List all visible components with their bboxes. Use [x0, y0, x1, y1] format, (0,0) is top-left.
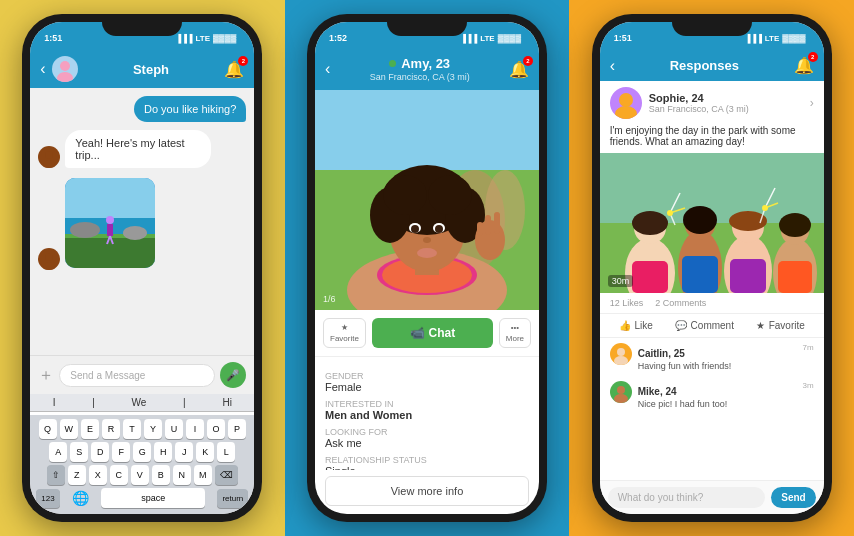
notification-icon-right[interactable]: 🔔 2: [794, 56, 814, 75]
svg-point-50: [683, 206, 717, 234]
key-space[interactable]: space: [101, 488, 205, 508]
key-g[interactable]: G: [133, 442, 151, 462]
key-shift[interactable]: ⇧: [47, 465, 65, 485]
key-i[interactable]: I: [186, 419, 204, 439]
svg-point-4: [45, 253, 53, 261]
key-k[interactable]: K: [196, 442, 214, 462]
suggestion-we[interactable]: We: [132, 397, 147, 408]
status-time-left: 1:51: [44, 33, 62, 43]
key-l[interactable]: L: [217, 442, 235, 462]
expand-icon[interactable]: ›: [810, 96, 814, 110]
key-w[interactable]: W: [60, 419, 79, 439]
comment-action-button[interactable]: 💬 Comment: [675, 320, 734, 331]
status-time-middle: 1:52: [329, 33, 347, 43]
key-o[interactable]: O: [207, 419, 225, 439]
likes-count: 12 Likes: [610, 298, 644, 308]
reply-input[interactable]: What do you think?: [608, 487, 766, 508]
svg-rect-67: [730, 259, 766, 293]
back-button[interactable]: ‹: [40, 60, 45, 78]
gender-label: Gender: [325, 371, 529, 381]
svg-point-41: [619, 93, 633, 107]
comment-avatar-1: [610, 343, 632, 365]
photo-message[interactable]: [65, 178, 155, 268]
suggestion-hi[interactable]: Hi: [222, 397, 231, 408]
key-h[interactable]: H: [154, 442, 172, 462]
key-123[interactable]: 123: [36, 489, 59, 508]
like-action-button[interactable]: 👍 Like: [619, 320, 653, 331]
svg-point-13: [106, 216, 114, 224]
middle-phone: 1:52 ▐▐▐ LTE ▓▓▓▓ ‹ Amy, 23 San Francisc…: [307, 14, 547, 522]
mic-button[interactable]: 🎤: [220, 362, 246, 388]
key-n[interactable]: N: [173, 465, 191, 485]
key-x[interactable]: X: [89, 465, 107, 485]
keyboard-row3: ⇧ Z X C V B N M ⌫: [32, 465, 252, 485]
responses-back-button[interactable]: ‹: [610, 57, 615, 75]
comments-count: 2 Comments: [655, 298, 706, 308]
key-y[interactable]: Y: [144, 419, 162, 439]
notification-icon[interactable]: 🔔 2: [224, 60, 244, 79]
comment-text-1: Having fun with friends!: [638, 361, 797, 371]
notification-badge-right: 2: [808, 52, 818, 62]
key-q[interactable]: Q: [39, 419, 57, 439]
svg-rect-68: [778, 261, 812, 293]
key-c[interactable]: C: [110, 465, 128, 485]
keyboard-bottom-row: 123 🌐 space return: [32, 488, 252, 510]
profile-back-button[interactable]: ‹: [325, 60, 330, 78]
video-icon: 📹: [410, 326, 425, 340]
favorite-button[interactable]: ★ Favorite: [323, 318, 366, 348]
key-d[interactable]: D: [91, 442, 109, 462]
add-attachment-icon[interactable]: ＋: [38, 365, 54, 386]
more-button[interactable]: ••• More: [499, 318, 531, 348]
response-user-avatar[interactable]: [610, 87, 642, 119]
favorite-action-button[interactable]: ★ Favorite: [756, 320, 805, 331]
right-panel: 1:51 ▐▐▐ LTE ▓▓▓▓ ‹ Responses 🔔 2: [569, 0, 854, 536]
key-e[interactable]: E: [81, 419, 99, 439]
key-u[interactable]: U: [165, 419, 183, 439]
key-return[interactable]: return: [217, 489, 248, 508]
keyboard-suggestions: I | We | Hi: [30, 394, 254, 412]
lte-icon: LTE: [195, 34, 210, 43]
profile-photo[interactable]: 1/6: [315, 90, 539, 310]
chat-messages: Do you like hiking? Yeah! Here's my late…: [30, 88, 254, 355]
status-icons-middle: ▐▐▐ LTE ▓▓▓▓: [460, 34, 521, 43]
svg-point-42: [615, 106, 637, 119]
middle-panel: 1:52 ▐▐▐ LTE ▓▓▓▓ ‹ Amy, 23 San Francisc…: [285, 0, 570, 536]
message-input[interactable]: Send a Message: [59, 364, 215, 387]
suggestion-divider1: |: [92, 397, 95, 408]
view-more-info-button[interactable]: View more info: [325, 476, 529, 506]
key-a[interactable]: A: [49, 442, 67, 462]
key-t[interactable]: T: [123, 419, 141, 439]
key-s[interactable]: S: [70, 442, 88, 462]
svg-point-70: [614, 356, 628, 365]
key-p[interactable]: P: [228, 419, 246, 439]
svg-rect-10: [65, 178, 155, 218]
key-b[interactable]: B: [152, 465, 170, 485]
svg-point-12: [123, 226, 147, 240]
gender-value: Female: [325, 381, 529, 393]
suggestion-i[interactable]: I: [53, 397, 56, 408]
star-icon: ★: [341, 323, 348, 332]
comment-icon: 💬: [675, 320, 687, 331]
key-m[interactable]: M: [194, 465, 212, 485]
post-photo[interactable]: 30m: [600, 153, 824, 293]
notification-icon-middle[interactable]: 🔔 2: [509, 60, 529, 79]
notification-badge: 2: [238, 56, 248, 66]
svg-point-72: [614, 394, 628, 403]
key-f[interactable]: F: [112, 442, 130, 462]
comment-avatar-2: [610, 381, 632, 403]
key-v[interactable]: V: [131, 465, 149, 485]
globe-icon[interactable]: 🌐: [72, 490, 89, 506]
svg-point-60: [667, 210, 673, 216]
response-user-row: Sophie, 24 San Francisco, CA (3 mi) ›: [600, 81, 824, 125]
key-r[interactable]: R: [102, 419, 120, 439]
post-time: 30m: [608, 275, 634, 287]
send-reply-button[interactable]: Send: [771, 487, 815, 508]
key-backspace[interactable]: ⌫: [215, 465, 238, 485]
key-j[interactable]: J: [175, 442, 193, 462]
phone-inner-right: 1:51 ▐▐▐ LTE ▓▓▓▓ ‹ Responses 🔔 2: [600, 22, 824, 514]
chat-button[interactable]: 📹 Chat: [372, 318, 493, 348]
battery-icon: ▓▓▓▓: [213, 34, 236, 43]
svg-rect-14: [107, 224, 113, 236]
key-z[interactable]: Z: [68, 465, 86, 485]
responses-content: Sophie, 24 San Francisco, CA (3 mi) › I'…: [600, 81, 824, 514]
